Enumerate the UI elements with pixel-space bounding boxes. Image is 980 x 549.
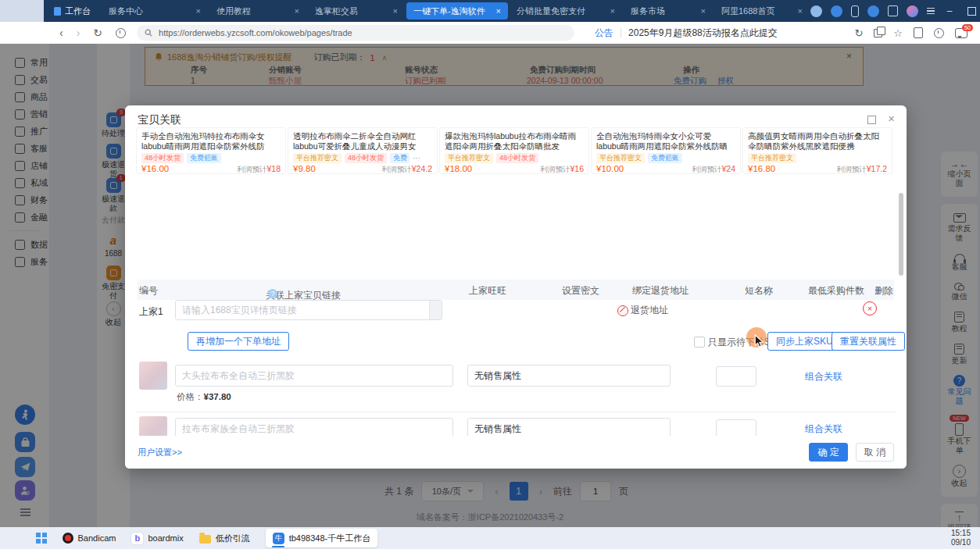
search-icon xyxy=(145,29,152,37)
tag: 48小时发货 xyxy=(496,153,538,163)
announcement-label[interactable]: 公告 xyxy=(595,27,613,40)
link-input-addon[interactable] xyxy=(429,301,442,319)
supplier-link-input[interactable] xyxy=(176,301,429,319)
messages-icon[interactable]: 50 xyxy=(955,28,967,38)
card-profit: ¥24 xyxy=(721,164,735,173)
reload-icon[interactable]: ↻ xyxy=(93,27,102,38)
url-bar[interactable]: https://orderwebs.yzcsoft.com/okoweb/pag… xyxy=(137,25,574,41)
start-button[interactable] xyxy=(36,533,47,544)
taskbar-item-qianniu-active[interactable]: 牛 tb498348-千牛工作台 xyxy=(266,529,378,547)
workspace-strip[interactable] xyxy=(0,0,44,22)
supplier-row-label: 上家1 xyxy=(139,305,163,319)
tab-batch-pay[interactable]: 分销批量免密支付 × xyxy=(510,2,622,20)
card-profit: ¥17.2 xyxy=(867,164,887,173)
pinned-tab-label: 工作台 xyxy=(65,5,91,17)
product-price: ¥37.80 xyxy=(204,392,231,401)
folder-icon xyxy=(199,535,211,544)
qianniu-icon: 牛 xyxy=(273,533,284,544)
card-price: ¥16.80 xyxy=(748,164,775,173)
shield-extension-icon[interactable] xyxy=(831,5,842,17)
modal-maximize-icon[interactable] xyxy=(867,116,876,124)
card-profit: ¥24.2 xyxy=(412,164,432,173)
tab-yzg-trade[interactable]: 逸掌柜交易 × xyxy=(308,2,405,20)
taskbar-item-folder[interactable]: 低价引流 xyxy=(199,529,250,547)
tab-close-icon[interactable]: × xyxy=(610,6,615,16)
product-card[interactable]: 全自动泡泡玛特雨伞女小众可爱labubu晴雨两用遮阳伞防紫外线防晒 平台推荐密文… xyxy=(591,127,741,174)
product-card[interactable]: 透明拉布布雨伞二折伞全自动网红labubu可爱折叠儿童成人动漫男女 平台推荐密文… xyxy=(288,127,438,174)
forward-icon[interactable]: › xyxy=(77,27,80,38)
reader-icon[interactable] xyxy=(914,27,923,38)
tab-one-key-order-active[interactable]: 一键下单-逸淘软件 × xyxy=(406,2,508,20)
modal-footer: 用户设置>> 确 定 取 消 xyxy=(125,436,907,469)
announcement-text[interactable]: 2025年9月超级88活动报名点此提交 xyxy=(628,27,778,40)
notes-icon[interactable] xyxy=(888,5,898,16)
combo-link[interactable]: 组合关联 xyxy=(805,370,842,383)
product-thumbnail[interactable] xyxy=(139,362,167,390)
card-price: ¥16.00 xyxy=(141,164,169,173)
tab-close-icon[interactable]: × xyxy=(196,6,201,16)
product-card[interactable]: 手动全自动泡泡玛特拉布布雨伞女labubu晴雨两用遮阳伞防紫外线防 48小时发货… xyxy=(136,127,286,174)
extension-a-icon[interactable] xyxy=(867,5,879,17)
card-profit: ¥16 xyxy=(570,164,584,173)
tab-close-icon[interactable]: × xyxy=(798,6,803,16)
taskbar-item-bandicam[interactable]: Bandicam xyxy=(63,529,116,547)
sync-icon[interactable]: ↻ xyxy=(854,27,863,39)
browser-avatar[interactable] xyxy=(907,5,918,17)
tag: 48小时发货 xyxy=(141,153,184,163)
tab-close-icon[interactable]: × xyxy=(295,6,299,16)
card-price: ¥18.00 xyxy=(445,164,472,173)
tab-close-icon[interactable]: × xyxy=(701,6,706,16)
supplier-link-field xyxy=(175,300,442,320)
copy-windows-icon[interactable] xyxy=(874,29,882,37)
pinned-tab-workspace[interactable]: 工作台 xyxy=(44,5,101,17)
taskbar-item-boardmix[interactable]: b boardmix xyxy=(131,529,183,547)
window-maximize-button[interactable] xyxy=(967,7,976,16)
screen: 工作台 服务中心 × 使用教程 × 逸掌柜交易 × 一键下单-逸淘软件 × 分销… xyxy=(0,0,980,549)
link-table-header: 编号 关联上家宝贝链接? 上家旺旺 设置密文 绑定退货地址 短名称 最低采购件数… xyxy=(138,280,894,300)
product-card[interactable]: 爆款泡泡玛特labubu拉布布雨伞晴雨遮阳伞两用折叠太阳伞防晒批发 平台推荐密文… xyxy=(439,127,589,174)
taskbar-clock[interactable]: 15:15 09/10 xyxy=(951,529,980,547)
modal-scrollbar-thumb[interactable] xyxy=(899,193,903,276)
browser-menu-icon[interactable] xyxy=(927,8,935,15)
bookmark-star-icon[interactable]: ☆ xyxy=(893,27,903,39)
browser-tab-bar: 工作台 服务中心 × 使用教程 × 逸掌柜交易 × 一键下单-逸淘软件 × 分销… xyxy=(0,0,980,22)
modal-close-icon[interactable]: × xyxy=(888,112,895,125)
candidate-cards-row: 手动全自动泡泡玛特拉布布雨伞女labubu晴雨两用遮阳伞防紫外线防 48小时发货… xyxy=(136,127,892,174)
messages-badge: 50 xyxy=(962,24,973,32)
back-icon[interactable]: ‹ xyxy=(59,27,63,38)
min-purchase-input[interactable] xyxy=(716,366,756,387)
window-minimize-button[interactable]: – xyxy=(943,0,956,22)
tab-service-market[interactable]: 服务市场 × xyxy=(624,2,713,20)
phone-icon[interactable] xyxy=(851,5,859,17)
tab-tutorial[interactable]: 使用教程 × xyxy=(209,2,306,20)
card-price: ¥10.00 xyxy=(596,164,624,173)
product-card[interactable]: 高颜值男女晴雨两用伞自动折叠太阳伞防晒防紫外线黑胶遮阳便携 平台推荐密文 ¥16… xyxy=(742,127,892,174)
return-address-link[interactable]: 退货地址 xyxy=(617,304,668,317)
browser-address-bar: ‹ › ↻ https://orderwebs.yzcsoft.com/okow… xyxy=(0,22,980,45)
sale-attr-input[interactable] xyxy=(467,365,671,387)
confirm-button[interactable]: 确 定 xyxy=(809,443,847,462)
short-name-input[interactable] xyxy=(175,365,453,387)
tag: 48小时发货 xyxy=(345,153,387,163)
help-icon[interactable]: ? xyxy=(268,289,277,298)
product-link-modal: 宝贝关联 × 手动全自动泡泡玛特拉布布雨伞女labubu晴雨两用遮阳伞防紫外线防… xyxy=(125,105,907,469)
combo-link[interactable]: 组合关联 xyxy=(805,422,842,436)
only-pending-sku-checkbox[interactable] xyxy=(694,337,705,348)
time: 15:15 xyxy=(951,529,971,538)
paw-extension-icon[interactable] xyxy=(810,5,822,17)
tab-1688-home[interactable]: 阿里1688首页 × xyxy=(714,2,810,20)
date: 09/10 xyxy=(951,538,971,547)
web-page: 常用 交易 商品 营销 推广 客服 店铺 私域 财务 金融 数据 服务 3 待处… xyxy=(0,44,980,527)
tag: 免费赔账 xyxy=(648,153,682,163)
add-order-address-button[interactable]: 再增加一个下单地址 xyxy=(188,332,289,351)
sync-supplier-sku-button[interactable]: 同步上家SKU xyxy=(767,332,842,351)
reset-link-attrs-button[interactable]: 重置关联属性 xyxy=(832,332,905,351)
history-icon[interactable] xyxy=(934,28,944,38)
user-settings-link[interactable]: 用户设置>> xyxy=(138,447,182,458)
delete-row-icon[interactable]: × xyxy=(863,301,877,315)
tab-close-icon[interactable]: × xyxy=(393,6,398,16)
tab-close-icon[interactable]: × xyxy=(496,6,501,16)
tab-service-center[interactable]: 服务中心 × xyxy=(102,2,208,20)
history-clock-icon[interactable] xyxy=(116,28,126,38)
cancel-button[interactable]: 取 消 xyxy=(856,443,894,462)
